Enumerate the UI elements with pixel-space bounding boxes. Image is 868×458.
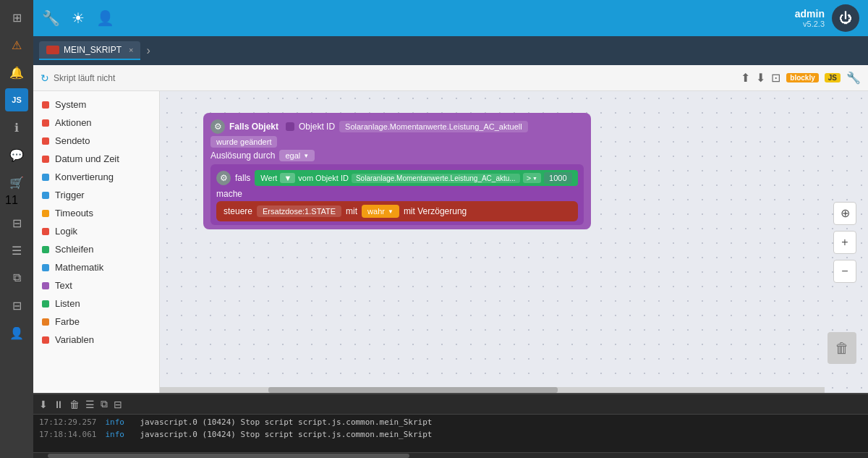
comparator-dropdown[interactable]: > ▼ [523, 173, 541, 183]
palette-text[interactable]: Text [33, 276, 159, 294]
mache-label: mache [216, 189, 242, 199]
status-text: Skript läuft nicht [54, 73, 115, 83]
block-container: ⚙ Falls Objekt Objekt ID Solaranlage.Mom… [203, 113, 591, 229]
js-badge[interactable]: JS [825, 73, 841, 82]
canvas-scrollbar[interactable] [160, 387, 825, 393]
value-block[interactable]: Wert ▼ vom Objekt ID Solaranlage.Momenta… [255, 170, 577, 186]
event-block[interactable]: ⚙ Falls Objekt Objekt ID Solaranlage.Mom… [203, 113, 591, 229]
trash-icon[interactable]: 🗑 [827, 332, 856, 364]
log-pause-icon[interactable]: ⏸ [54, 399, 64, 410]
tools-icon[interactable]: 🔧 [42, 9, 60, 27]
header: 🔧 ☀ 👤 admin v5.2.3 ⏻ [33, 0, 868, 36]
admin-info: admin v5.2.3 [795, 8, 825, 28]
if-settings-gear[interactable]: ⚙ [216, 171, 231, 185]
palette-schleifen[interactable]: Schleifen [33, 240, 159, 258]
palette-logik-label: Logik [55, 226, 77, 237]
sidebar-item-rows[interactable]: ⊟ [5, 294, 28, 317]
tab-arrow[interactable]: › [146, 44, 150, 57]
palette-datum[interactable]: Datum und Zeit [33, 150, 159, 168]
tab-flag [46, 46, 59, 54]
palette-logik[interactable]: Logik [33, 222, 159, 240]
palette-konvertierung[interactable]: Konvertierung [33, 168, 159, 186]
export-icon[interactable]: ⬆ [741, 71, 750, 85]
log-menu-icon[interactable]: ☰ [85, 399, 95, 410]
log-scrollbar[interactable] [33, 452, 868, 458]
log-rows-icon[interactable]: ⊟ [114, 399, 122, 410]
log-clear-icon[interactable]: 🗑 [69, 399, 80, 410]
sidebar-item-info[interactable]: ℹ [5, 116, 28, 139]
search-icon[interactable]: ⊡ [771, 71, 780, 85]
wrench-icon[interactable]: 🔧 [846, 71, 861, 85]
refresh-icon[interactable]: ↻ [41, 72, 49, 84]
if-block[interactable]: ⚙ falls Wert ▼ vom Objekt ID Solaranl [210, 164, 584, 225]
palette-listen[interactable]: Listen [33, 294, 159, 313]
blockly-badge[interactable]: blockly [786, 73, 818, 82]
palette-datum-label: Datum und Zeit [55, 153, 119, 164]
palette-sendeto-label: Sendeto [55, 135, 90, 146]
action-block[interactable]: steuere Ersatzdose:1.STATE mit wahr ▼ mi… [216, 201, 578, 221]
canvas-controls: ⊕ + − [833, 202, 856, 283]
palette-variablen[interactable]: Variablen [33, 331, 159, 349]
palette-listen-label: Listen [55, 298, 80, 309]
palette-system[interactable]: System [33, 96, 159, 114]
palette-sendeto[interactable]: Sendeto [33, 132, 159, 150]
shop-badge: 11 [5, 194, 28, 207]
palette-text-label: Text [55, 280, 72, 291]
palette-variablen-label: Variablen [55, 334, 94, 345]
tab-close-icon[interactable]: × [129, 46, 133, 54]
palette-timeouts[interactable]: Timeouts [33, 204, 159, 222]
settings-icon[interactable]: ☀ [72, 9, 85, 27]
block-settings-gear[interactable]: ⚙ [210, 119, 225, 134]
admin-version: v5.2.3 [795, 20, 825, 28]
center-icon[interactable]: ⊕ [833, 202, 856, 225]
wert-dropdown[interactable]: ▼ [280, 173, 295, 183]
canvas[interactable]: ⚙ Falls Objekt Objekt ID Solaranlage.Mom… [160, 91, 868, 393]
log-download-icon[interactable]: ⬇ [39, 399, 48, 410]
palette-mathematik-label: Mathematik [55, 262, 103, 273]
sidebar-item-js[interactable]: JS [5, 88, 28, 111]
palette-aktionen-label: Aktionen [55, 117, 92, 128]
sidebar-item-bell[interactable]: 🔔 [5, 61, 28, 84]
canvas-scrollbar-thumb[interactable] [268, 387, 558, 393]
trigger-chevron: ▼ [303, 153, 309, 159]
trigger-dropdown[interactable]: egal ▼ [279, 150, 315, 161]
log-msg-1: javascript.0 (10424) Stop script script.… [140, 417, 432, 427]
power-button[interactable]: ⏻ [832, 4, 859, 32]
sidebar-item-chat[interactable]: 💬 [5, 143, 28, 166]
tab-mein-skript[interactable]: MEIN_SKRIPT × [39, 41, 140, 60]
import-icon[interactable]: ⬇ [756, 71, 765, 85]
content: ↻ Skript läuft nicht ⬆ ⬇ ⊡ blockly JS 🔧 … [33, 65, 868, 458]
vom-objekt-value[interactable]: Solaranlage.Momentanwerte.Leistung_AC_ak… [352, 174, 520, 183]
tab-label: MEIN_SKRIPT [64, 45, 122, 55]
sidebar-item-user[interactable]: 👤 [5, 321, 28, 344]
bool-block[interactable]: wahr ▼ [362, 205, 399, 218]
log-time-1: 17:12:29.257 [39, 417, 96, 427]
number-block[interactable]: 1000 [544, 172, 571, 184]
zoom-out-button[interactable]: − [833, 260, 856, 283]
tab-bar: MEIN_SKRIPT × › [33, 36, 868, 65]
comparator-value: > [527, 174, 531, 182]
obj-id-value[interactable]: Solaranlage.Momentanwerte.Leistung_AC_ak… [339, 121, 528, 132]
log-scrollbar-thumb[interactable] [48, 454, 409, 458]
palette-farbe[interactable]: Farbe [33, 313, 159, 331]
palette-aktionen[interactable]: Aktionen [33, 114, 159, 132]
palette-schleifen-label: Schleifen [55, 244, 93, 255]
sidebar-item-table[interactable]: ⊟ [5, 211, 28, 234]
palette-mathematik[interactable]: Mathematik [33, 258, 159, 276]
falls-label: falls [235, 173, 250, 183]
bool-chevron[interactable]: ▼ [388, 208, 393, 215]
zoom-in-button[interactable]: + [833, 231, 856, 254]
sidebar-item-home[interactable]: ⊞ [5, 6, 28, 29]
sidebar: ⊞ ⚠ 🔔 JS ℹ 💬 🛒 11 ⊟ ☰ ⧉ ⊟ 👤 [0, 0, 33, 458]
log-copy-icon[interactable]: ⧉ [101, 398, 108, 410]
user-header-icon[interactable]: 👤 [96, 9, 114, 27]
steuere-value[interactable]: Ersatzdose:1.STATE [257, 205, 341, 217]
sidebar-item-lines[interactable]: ☰ [5, 239, 28, 262]
sidebar-item-shop[interactable]: 🛒 [5, 171, 28, 194]
sidebar-item-alert[interactable]: ⚠ [5, 33, 28, 56]
palette-trigger[interactable]: Trigger [33, 186, 159, 204]
sidebar-item-copy[interactable]: ⧉ [5, 266, 28, 289]
steuere-label: steuere [224, 206, 252, 216]
changed-label: wurde geändert [210, 136, 277, 148]
log-line-2: 17:18:14.061 info javascript.0 (10424) S… [33, 428, 868, 441]
